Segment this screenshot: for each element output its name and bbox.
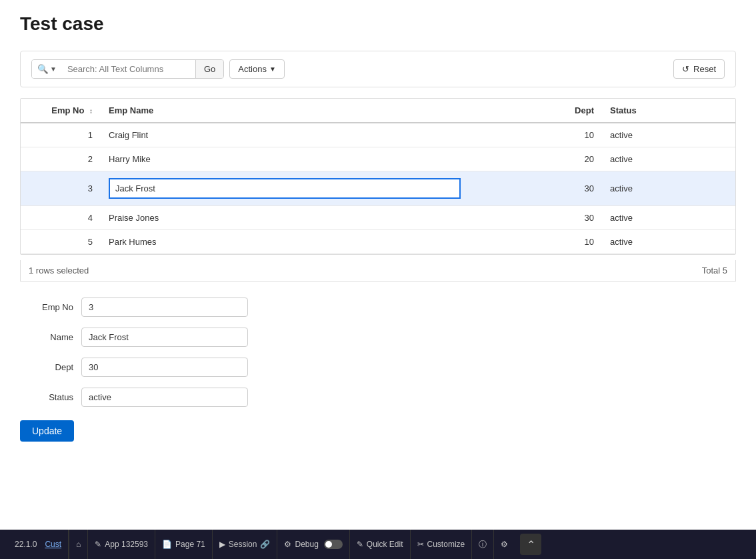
cell-empno: 1	[21, 123, 101, 147]
col-empno-label: Emp No	[51, 105, 84, 115]
cell-empname: Praise Jones	[101, 206, 469, 230]
bottom-home[interactable]: ⌂	[69, 530, 87, 559]
bottom-quickedit[interactable]: ✎ Quick Edit	[349, 530, 410, 559]
table-row[interactable]: 1Craig Flint10active	[21, 123, 735, 147]
bottom-bar: 22.1.0 Cust ⌂ ✎ App 132593 📄 Page 71 ▶ S…	[0, 530, 756, 559]
reset-icon: ↺	[682, 64, 689, 74]
table-header-row: Emp No ↕ Emp Name Dept Status	[21, 99, 735, 123]
update-button[interactable]: Update	[20, 420, 74, 442]
app-label: App 132593	[105, 540, 148, 549]
cell-status: active	[602, 230, 735, 254]
form-section: Emp No Name Dept Status	[20, 298, 736, 407]
form-label-empno: Emp No	[20, 302, 73, 312]
cell-empname: Harry Mike	[101, 147, 469, 171]
col-header-status[interactable]: Status	[602, 99, 735, 123]
cell-dept: 10	[469, 230, 602, 254]
cell-dept: 10	[469, 123, 602, 147]
cell-empno: 5	[21, 230, 101, 254]
table-body: 1Craig Flint10active2Harry Mike20active3…	[21, 123, 735, 254]
cell-status: active	[602, 147, 735, 171]
bottom-customize[interactable]: ✂ Customize	[410, 530, 472, 559]
session-icon: ▶	[219, 540, 225, 549]
table-row[interactable]: 5Park Humes10active	[21, 230, 735, 254]
cell-empname: Jack Frost	[101, 171, 469, 206]
cell-status: active	[602, 206, 735, 230]
page-container: Test case 🔍 ▼ Go Actions ▼ ↺ Reset	[0, 0, 756, 559]
cell-empno: 2	[21, 147, 101, 171]
debug-toggle[interactable]	[324, 540, 343, 549]
data-table: Emp No ↕ Emp Name Dept Status	[21, 99, 735, 254]
table-row[interactable]: 4Praise Jones30active	[21, 206, 735, 230]
actions-button[interactable]: Actions ▼	[229, 59, 285, 79]
customize-link[interactable]: Cust	[45, 540, 61, 549]
form-input-empno[interactable]	[81, 298, 248, 317]
sort-icon: ↕	[89, 107, 93, 115]
version-area: 22.1.0 Cust	[8, 530, 69, 559]
quickedit-icon: ✎	[357, 540, 363, 549]
scroll-up-button[interactable]: ⌃	[520, 534, 541, 555]
customize-bar-label: Customize	[427, 540, 465, 549]
search-icon: 🔍	[37, 64, 49, 74]
page-title: Test case	[20, 13, 736, 35]
quickedit-label: Quick Edit	[367, 540, 403, 549]
search-input[interactable]	[62, 60, 195, 78]
bottom-debug[interactable]: ⚙ Debug	[277, 530, 349, 559]
form-row-empno: Emp No	[20, 298, 736, 317]
form-input-dept[interactable]	[81, 358, 248, 377]
debug-label: Debug	[295, 540, 318, 549]
form-input-name[interactable]	[81, 328, 248, 347]
session-link-icon: 🔗	[260, 540, 270, 549]
main-content: Test case 🔍 ▼ Go Actions ▼ ↺ Reset	[0, 0, 756, 559]
col-status-label: Status	[610, 105, 637, 115]
col-empname-label: Emp Name	[109, 105, 153, 115]
cell-empno: 3	[21, 171, 101, 206]
go-button[interactable]: Go	[195, 60, 223, 78]
cell-empname: Craig Flint	[101, 123, 469, 147]
cell-empno: 4	[21, 206, 101, 230]
table-row[interactable]: 3Jack Frost30active	[21, 171, 735, 206]
form-row-status: Status	[20, 388, 736, 407]
bottom-settings[interactable]: ⚙	[493, 530, 515, 559]
reset-label: Reset	[693, 64, 716, 74]
actions-label: Actions	[238, 64, 267, 74]
cell-status: active	[602, 171, 735, 206]
form-label-status: Status	[20, 392, 73, 402]
chevron-up-icon: ⌃	[527, 538, 535, 551]
gear-icon: ⚙	[501, 540, 508, 549]
version-label: 22.1.0	[15, 540, 37, 549]
bottom-session[interactable]: ▶ Session 🔗	[212, 530, 277, 559]
form-row-name: Name	[20, 328, 736, 347]
cell-dept: 30	[469, 206, 602, 230]
cell-dept: 20	[469, 147, 602, 171]
col-header-empname[interactable]: Emp Name	[101, 99, 469, 123]
rows-selected-label: 1 rows selected	[29, 265, 89, 275]
form-input-status[interactable]	[81, 388, 248, 407]
cell-dept: 30	[469, 171, 602, 206]
search-icon-button[interactable]: 🔍 ▼	[32, 60, 62, 78]
customize-icon: ✂	[417, 540, 424, 549]
form-row-dept: Dept	[20, 358, 736, 377]
form-label-dept: Dept	[20, 362, 73, 372]
home-icon: ⌂	[76, 540, 81, 549]
page-label: Page 71	[175, 540, 205, 549]
col-header-dept[interactable]: Dept	[469, 99, 602, 123]
bottom-info[interactable]: ⓘ	[471, 530, 493, 559]
session-label: Session	[229, 540, 257, 549]
total-label: Total 5	[702, 265, 727, 275]
bottom-app[interactable]: ✎ App 132593	[87, 530, 155, 559]
table-row[interactable]: 2Harry Mike20active	[21, 147, 735, 171]
search-dropdown-icon: ▼	[50, 65, 57, 73]
edit-icon: ✎	[95, 540, 101, 549]
reset-button[interactable]: ↺ Reset	[673, 59, 725, 79]
cell-status: active	[602, 123, 735, 147]
col-header-empno[interactable]: Emp No ↕	[21, 99, 101, 123]
table-footer: 1 rows selected Total 5	[20, 260, 736, 282]
info-icon: ⓘ	[479, 539, 487, 550]
toolbar: 🔍 ▼ Go Actions ▼ ↺ Reset	[20, 51, 736, 87]
form-label-name: Name	[20, 332, 73, 342]
bottom-page[interactable]: 📄 Page 71	[155, 530, 212, 559]
col-dept-label: Dept	[575, 105, 594, 115]
cell-empname: Park Humes	[101, 230, 469, 254]
search-container: 🔍 ▼ Go	[31, 59, 224, 79]
actions-chevron-icon: ▼	[269, 65, 276, 73]
